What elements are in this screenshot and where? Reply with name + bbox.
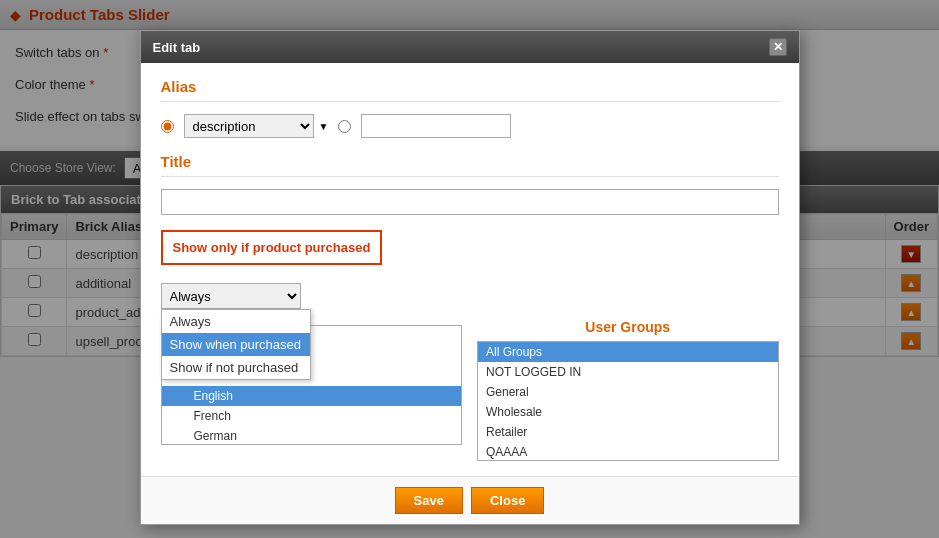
dropdown-item-when-purchased[interactable]: Show when purchased (162, 333, 310, 356)
modal-title: Edit tab (153, 40, 201, 55)
title-section-title: Title (161, 153, 779, 177)
alias-section-title: Alias (161, 78, 779, 102)
dropdown-item-if-not-purchased[interactable]: Show if not purchased (162, 356, 310, 379)
modal-header: Edit tab ✕ (141, 31, 799, 63)
store-view-item[interactable]: German (162, 426, 462, 445)
alias-radio-select[interactable] (161, 120, 174, 133)
show-only-box: Show only if product purchased (161, 230, 383, 265)
save-button[interactable]: Save (395, 487, 463, 514)
modal-body: Alias description ▼ Title Description Sh… (141, 63, 799, 476)
show-dropdown-list: Always Show when purchased Show if not p… (161, 309, 311, 380)
alias-select[interactable]: description (184, 114, 314, 138)
user-group-item[interactable]: NOT LOGGED IN (478, 362, 778, 382)
alias-radio-text[interactable] (338, 120, 351, 133)
user-group-item[interactable]: General (478, 382, 778, 402)
alias-row: description ▼ (161, 114, 779, 138)
modal-close-button[interactable]: ✕ (769, 38, 787, 56)
user-group-item[interactable]: QAAAA (478, 442, 778, 461)
show-always-select[interactable]: Always (161, 283, 301, 309)
modal-overlay: Edit tab ✕ Alias description ▼ Title Des… (0, 0, 939, 538)
store-view-item[interactable]: French (162, 406, 462, 426)
show-dropdown-container: Always Always Show when purchased Show i… (161, 283, 779, 309)
user-group-item[interactable]: All Groups (478, 342, 778, 362)
dropdown-item-always[interactable]: Always (162, 310, 310, 333)
close-button[interactable]: Close (471, 487, 544, 514)
alias-select-wrap: description ▼ (184, 114, 329, 138)
user-group-item[interactable]: Wholesale (478, 402, 778, 422)
dropdown-arrow-icon: ▼ (319, 121, 329, 132)
store-view-item[interactable]: English (162, 386, 462, 406)
modal-footer: Save Close (141, 476, 799, 524)
user-group-item[interactable]: Retailer (478, 422, 778, 442)
alias-text-input[interactable] (361, 114, 511, 138)
user-groups-title: User Groups (477, 319, 779, 335)
title-input[interactable]: Description (161, 189, 779, 215)
show-only-label: Show only if product purchased (173, 240, 371, 255)
user-groups-list[interactable]: All GroupsNOT LOGGED INGeneralWholesaleR… (477, 341, 779, 461)
edit-tab-modal: Edit tab ✕ Alias description ▼ Title Des… (140, 30, 800, 525)
user-groups-col: User Groups All GroupsNOT LOGGED INGener… (477, 319, 779, 461)
